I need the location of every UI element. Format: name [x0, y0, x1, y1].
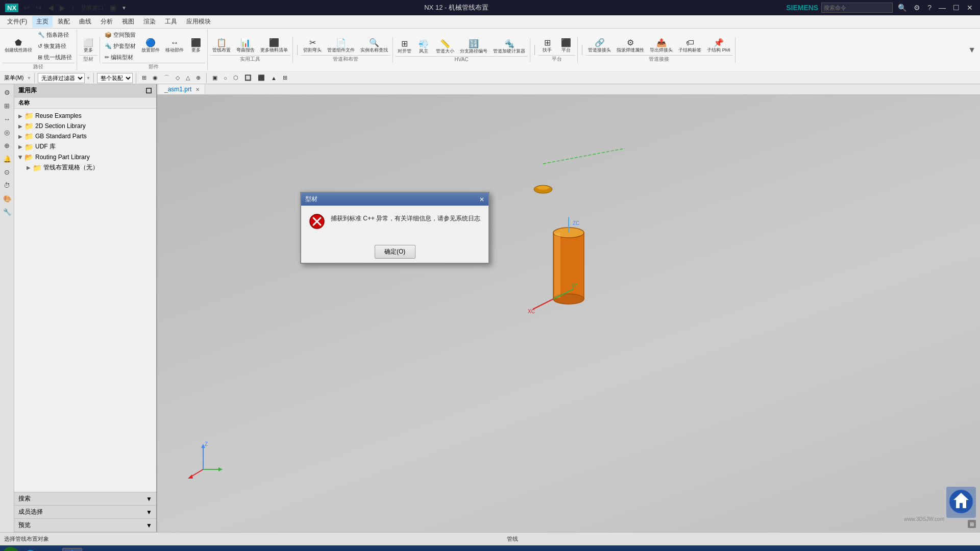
view-btn2[interactable]: ○	[221, 73, 230, 83]
tree-item-routing[interactable]: ▶ 📂 Routing Part Library	[14, 152, 156, 162]
sub-struct-label-btn[interactable]: 🏷子结构标签	[676, 37, 704, 55]
pipe-route-btn[interactable]: 📋 管线布置	[210, 37, 233, 55]
tree-column-header: 名称	[14, 97, 156, 109]
viewport-content[interactable]: ZC XC YC Z	[157, 95, 980, 532]
viewport-tab-asm[interactable]: _asm1.prt ✕	[159, 84, 205, 94]
pipe-hard-btn[interactable]: 🔩管道加硬计算器	[491, 38, 528, 56]
edit-material-btn[interactable]: ✏ 编辑型材	[102, 52, 138, 63]
menu-analysis[interactable]: 分析	[96, 16, 117, 28]
selection-filter-select[interactable]: 无选择过滤器	[38, 73, 85, 83]
start-button[interactable]	[2, 547, 19, 551]
pipe-component-btn[interactable]: 📄 管道组件文件	[325, 37, 357, 55]
up-btn[interactable]: ↑	[71, 4, 75, 12]
snap-curve-btn[interactable]: ⌒	[161, 72, 172, 83]
taskbar-explorer-btn[interactable]: 📁	[41, 548, 61, 551]
wind-btn[interactable]: 💨风主	[414, 38, 433, 56]
snap-more-btn[interactable]: ⊕	[193, 73, 203, 83]
view-btn3[interactable]: ⬡	[231, 73, 241, 83]
sidebar-close-btn[interactable]: ☐	[145, 87, 152, 95]
view-btn6[interactable]: ▲	[268, 73, 279, 83]
tree-item-2d[interactable]: ▶ 📁 2D Section Library	[14, 121, 156, 131]
guide-route-btn[interactable]: 🔧 指条路径	[35, 30, 75, 40]
platform-btn[interactable]: ⬛平台	[557, 37, 575, 55]
ts-btn-7[interactable]: ⊙	[1, 166, 13, 178]
snap-to-grid-btn[interactable]: ⊞	[139, 73, 149, 83]
maximize-btn[interactable]: ☐	[951, 4, 962, 12]
search-input[interactable]	[821, 3, 893, 13]
taskbar-nx-btn[interactable]: 🔷	[62, 548, 82, 551]
snap-point-btn[interactable]: ◉	[150, 73, 160, 83]
ts-btn-6[interactable]: 🔔	[1, 153, 13, 165]
member-select-section[interactable]: 成员选择 ▼	[14, 506, 156, 519]
taskbar-ie-btn[interactable]: 🌐	[20, 548, 40, 551]
menu-view[interactable]: 视图	[118, 16, 138, 28]
more-material-btn[interactable]: ⬜ 更多	[79, 37, 97, 55]
menu-modules[interactable]: 应用模块	[182, 16, 215, 28]
space-reserve-btn[interactable]: 📦 空间预留	[102, 30, 138, 40]
ts-btn-5[interactable]: ⊕	[1, 139, 13, 152]
cut-btn[interactable]: 切换窗口	[81, 4, 104, 12]
view-btn1[interactable]: ▣	[210, 73, 220, 83]
menu-home[interactable]: 主页	[32, 16, 53, 28]
ts-btn-1[interactable]: ⚙	[1, 86, 13, 98]
dialog-ok-btn[interactable]: 确定(O)	[375, 245, 415, 259]
handrail-btn[interactable]: ⊞扶手	[538, 37, 556, 55]
ts-btn-10[interactable]: 🔧	[1, 206, 13, 218]
pipe-joint-btn[interactable]: 🔗管道接接头	[585, 37, 614, 55]
win-btn[interactable]: ▣	[110, 4, 116, 12]
search-btn[interactable]: 🔍	[896, 4, 909, 12]
search-section[interactable]: 搜索 ▼	[14, 492, 156, 506]
bend-report-btn[interactable]: 📊 弯曲报告	[234, 37, 257, 55]
help-btn[interactable]: ?	[925, 4, 934, 12]
viewport-tab-bar: _asm1.prt ✕	[157, 84, 980, 95]
menu-file[interactable]: 文件(F)	[3, 16, 31, 28]
view-btn4[interactable]: 🔲	[242, 73, 254, 83]
sleeve-btn[interactable]: 🔩 护套型材	[102, 41, 138, 52]
restore-route-btn[interactable]: ↺ 恢复路径	[35, 41, 75, 52]
more-tools-btn[interactable]: ⬛ 更多物料清单	[258, 37, 290, 55]
more-parts-btn[interactable]: ⬛ 更多	[187, 37, 205, 55]
branch-num-btn[interactable]: 🔢分支路径编号	[457, 38, 490, 56]
view-btn7[interactable]: ⊞	[280, 73, 290, 83]
split-pipe-btn[interactable]: ⊞对开管	[395, 38, 414, 56]
back-btn[interactable]: ◀	[48, 4, 54, 12]
menu-tools[interactable]: 工具	[161, 16, 181, 28]
instance-name-btn[interactable]: 🔍 实例名称查找	[358, 37, 390, 55]
close-btn[interactable]: ✕	[965, 4, 975, 12]
snap-edge-btn[interactable]: ◇	[173, 73, 182, 83]
unify-route-btn[interactable]: ⊞ 统一线路径	[35, 52, 75, 63]
ts-btn-2[interactable]: ⊞	[1, 99, 13, 112]
menu-assembly[interactable]: 装配	[54, 16, 74, 28]
vp-tab-close[interactable]: ✕	[195, 87, 200, 92]
minimize-btn[interactable]: —	[937, 4, 948, 12]
assembly-scope-select[interactable]: 整个装配	[97, 73, 133, 83]
dialog-close-icon[interactable]: ✕	[479, 196, 484, 203]
place-part-btn[interactable]: 🔵 放置部件	[139, 37, 162, 55]
settings-btn[interactable]: ⚙	[912, 4, 922, 12]
menu-render[interactable]: 渲染	[139, 16, 160, 28]
create-linear-route-btn[interactable]: ⬟ 创建线性路径	[2, 37, 35, 55]
pipe-size-btn[interactable]: 📏管道大小	[433, 38, 457, 56]
cut-elbow-btn[interactable]: ✂ 切割弯头	[301, 37, 324, 55]
toolbar-expand-btn[interactable]: ▼	[966, 43, 978, 57]
forward-btn[interactable]: ▶	[60, 4, 65, 12]
undo-btn[interactable]: ↩	[23, 4, 30, 12]
export-weld-btn[interactable]: 📤导出焊接头	[647, 37, 675, 55]
sub-struct-pmi-btn[interactable]: 📌子结构 PMI	[704, 37, 733, 55]
redo-btn[interactable]: ↪	[36, 4, 42, 12]
ts-btn-9[interactable]: 🎨	[1, 192, 13, 205]
ts-btn-8[interactable]: ⏱	[1, 179, 13, 191]
snap-face-btn[interactable]: △	[183, 73, 192, 83]
weld-attr-btn[interactable]: ⚙指派焊缝属性	[614, 37, 647, 55]
dialog-titlebar[interactable]: 型材 ✕	[301, 193, 488, 206]
move-part-btn[interactable]: ↔ 移动部件	[163, 37, 186, 55]
ts-btn-4[interactable]: ◎	[1, 126, 13, 138]
preview-section[interactable]: 预览 ▼	[14, 519, 156, 532]
menu-curve[interactable]: 曲线	[75, 16, 95, 28]
tree-item-spec[interactable]: ▶ 📁 管线布置规格（无）	[14, 162, 156, 173]
tree-item-gb[interactable]: ▶ 📁 GB Standard Parts	[14, 131, 156, 141]
ts-btn-3[interactable]: ↔	[1, 113, 13, 125]
tree-item-udf[interactable]: ▶ 📁 UDF 库	[14, 141, 156, 152]
view-btn5[interactable]: ⬛	[255, 73, 267, 83]
tree-item-reuse[interactable]: ▶ 📁 Reuse Examples	[14, 111, 156, 121]
